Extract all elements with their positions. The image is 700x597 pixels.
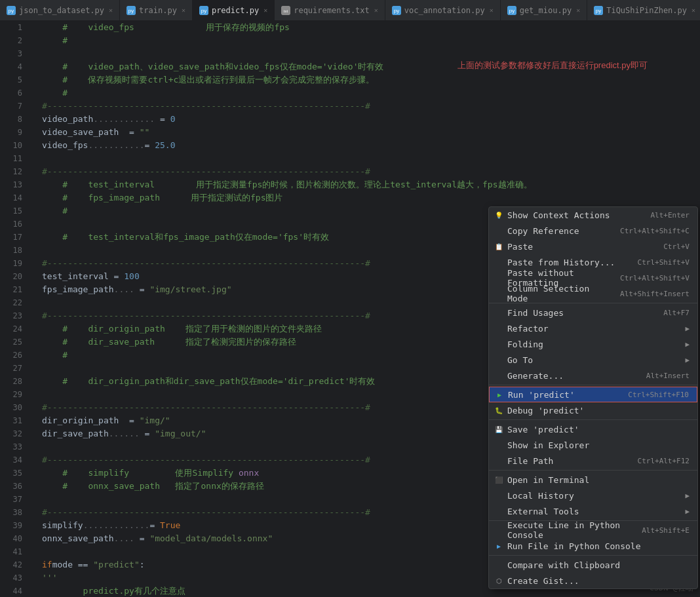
svg-text:py: py bbox=[394, 8, 399, 14]
menu-item-execute-line[interactable]: Execute Line in Python Console Alt+Shift… bbox=[489, 522, 697, 538]
tab-label: get_miou.py bbox=[520, 6, 572, 15]
line-numbers: 1 2 3 4 5 6 7 8 9 10 11 12 13 14 15 16 1… bbox=[0, 21, 28, 597]
svg-text:py: py bbox=[9, 8, 14, 14]
line-num: 28 bbox=[0, 375, 22, 388]
menu-item-run-file-python[interactable]: ▶ Run File in Python Console bbox=[489, 538, 697, 554]
line-num: 6 bbox=[0, 87, 22, 100]
menu-item-file-path[interactable]: File Path Ctrl+Alt+F12 bbox=[489, 453, 697, 469]
tab-label: predict.py bbox=[212, 6, 259, 15]
menu-item-paste[interactable]: 📋 Paste Ctrl+V bbox=[489, 239, 697, 254]
menu-item-label: Save 'predict' bbox=[507, 425, 690, 434]
line-num: 20 bbox=[0, 270, 22, 283]
menu-item-copy-reference[interactable]: Copy Reference Ctrl+Alt+Shift+C bbox=[489, 223, 697, 239]
menu-item-label: Find Usages bbox=[507, 308, 650, 318]
menu-item-label: Create Gist... bbox=[507, 576, 690, 586]
menu-item-run-predict[interactable]: ▶ Run 'predict' Ctrl+Shift+F10 bbox=[489, 387, 697, 402]
line-num: 31 bbox=[0, 414, 22, 427]
line-num: 14 bbox=[0, 191, 22, 204]
filepath-icon bbox=[494, 456, 503, 465]
tab-close-icon[interactable]: ✕ bbox=[691, 7, 695, 14]
menu-item-label: Go To bbox=[507, 355, 685, 365]
tab-close-icon[interactable]: ✕ bbox=[109, 7, 113, 14]
menu-item-compare-clipboard[interactable]: Compare with Clipboard bbox=[489, 557, 697, 573]
menu-item-label: Open in Terminal bbox=[507, 475, 690, 485]
tab-get-miou[interactable]: py get_miou.py ✕ bbox=[501, 0, 588, 21]
tab-close-icon[interactable]: ✕ bbox=[490, 7, 494, 14]
tab-bar: py json_to_dataset.py ✕ py train.py ✕ py… bbox=[0, 0, 700, 21]
tab-requirements[interactable]: txt requirements.txt ✕ bbox=[275, 0, 385, 21]
line-num: 7 bbox=[0, 100, 22, 113]
menu-item-open-terminal[interactable]: ⬛ Open in Terminal bbox=[489, 472, 697, 488]
menu-item-find-usages[interactable]: Find Usages Alt+F7 bbox=[489, 305, 697, 320]
menu-item-external-tools[interactable]: External Tools ▶ bbox=[489, 503, 697, 519]
menu-item-save-predict[interactable]: 💾 Save 'predict' bbox=[489, 421, 697, 437]
line-num: 8 bbox=[0, 113, 22, 126]
line-num: 13 bbox=[0, 178, 22, 191]
line-num: 4 bbox=[0, 60, 22, 73]
line-num: 5 bbox=[0, 73, 22, 87]
menu-item-generate[interactable]: Generate... Alt+Insert bbox=[489, 368, 697, 383]
line-num: 29 bbox=[0, 388, 22, 401]
menu-item-label: Local History bbox=[507, 491, 685, 501]
menu-item-create-gist[interactable]: ⬡ Create Gist... bbox=[489, 573, 697, 588]
line-num: 39 bbox=[0, 519, 22, 532]
code-line: # test_interval 用于指定测量fps的时候，图片检测的次数。理论上… bbox=[42, 178, 700, 191]
tab-predict[interactable]: py predict.py ✕ bbox=[193, 0, 275, 21]
folding-icon bbox=[494, 339, 503, 349]
line-num: 15 bbox=[0, 204, 22, 218]
tab-json-to-dataset[interactable]: py json_to_dataset.py ✕ bbox=[0, 0, 120, 21]
code-line: # 保存视频时需要ctrl+c退出或者运行到最后一帧才会完成完整的保存步骤。 bbox=[42, 73, 700, 87]
line-num: 36 bbox=[0, 480, 22, 493]
save-icon: 💾 bbox=[494, 425, 503, 434]
tab-label: TiQuShiPinZhen.py bbox=[606, 6, 687, 15]
tab-close-icon[interactable]: ✕ bbox=[374, 7, 378, 14]
line-num: 24 bbox=[0, 322, 22, 336]
menu-item-label: Execute Line in Python Console bbox=[507, 520, 629, 540]
svg-text:py: py bbox=[128, 8, 134, 14]
history-icon bbox=[494, 258, 503, 267]
menu-item-show-context[interactable]: 💡 Show Context Actions Alt+Enter bbox=[489, 207, 697, 223]
tab-voc-annotation[interactable]: py voc_annotation.py ✕ bbox=[385, 0, 501, 21]
menu-item-label: Compare with Clipboard bbox=[507, 560, 690, 570]
menu-item-debug-predict[interactable]: 🐛 Debug 'predict' bbox=[489, 402, 697, 418]
menu-item-label: Run File in Python Console bbox=[507, 541, 690, 551]
clipboard-icon: 📋 bbox=[494, 242, 503, 251]
menu-item-label: Column Selection Mode bbox=[507, 284, 607, 303]
code-line: video_path............ = 0 bbox=[42, 113, 700, 126]
code-line: video_save_path = "" bbox=[42, 126, 700, 139]
line-num: 30 bbox=[0, 401, 22, 414]
tab-close-icon[interactable]: ✕ bbox=[576, 7, 580, 14]
menu-separator bbox=[489, 385, 697, 385]
line-num: 34 bbox=[0, 453, 22, 467]
tab-tiqushipinzhen[interactable]: py TiQuShiPinZhen.py ✕ bbox=[587, 0, 700, 21]
code-line: # bbox=[42, 34, 700, 47]
svg-text:py: py bbox=[201, 8, 206, 14]
editor-area: 1 2 3 4 5 6 7 8 9 10 11 12 13 14 15 16 1… bbox=[0, 21, 700, 597]
menu-separator bbox=[489, 555, 697, 556]
code-line: # video_fps 用于保存的视频的fps bbox=[42, 21, 700, 34]
menu-item-local-history[interactable]: Local History ▶ bbox=[489, 488, 697, 503]
shortcut: Ctrl+Alt+F12 bbox=[638, 457, 690, 465]
menu-item-refactor[interactable]: Refactor ▶ bbox=[489, 320, 697, 336]
menu-item-folding[interactable]: Folding ▶ bbox=[489, 336, 697, 352]
menu-item-label: Copy Reference bbox=[507, 226, 607, 236]
line-num: 9 bbox=[0, 126, 22, 139]
menu-item-label: File Path bbox=[507, 456, 625, 466]
shortcut: Alt+F7 bbox=[663, 309, 690, 317]
tab-close-icon[interactable]: ✕ bbox=[182, 7, 185, 14]
menu-item-go-to[interactable]: Go To ▶ bbox=[489, 352, 697, 368]
tab-train[interactable]: py train.py ✕ bbox=[120, 0, 193, 21]
gist-icon: ⬡ bbox=[494, 576, 503, 585]
line-num: 19 bbox=[0, 257, 22, 270]
explorer-icon bbox=[494, 440, 503, 450]
menu-item-show-explorer[interactable]: Show in Explorer bbox=[489, 437, 697, 453]
tab-close-icon[interactable]: ✕ bbox=[263, 7, 267, 14]
line-num: 35 bbox=[0, 467, 22, 480]
menu-item-label: Refactor bbox=[507, 324, 685, 334]
terminal-icon: ⬛ bbox=[494, 475, 503, 484]
svg-text:txt: txt bbox=[284, 9, 288, 13]
menu-item-column-selection[interactable]: Column Selection Mode Alt+Shift+Insert bbox=[489, 286, 697, 301]
line-num: 12 bbox=[0, 165, 22, 178]
tab-label: voc_annotation.py bbox=[404, 6, 485, 15]
submenu-arrow: ▶ bbox=[685, 340, 690, 349]
